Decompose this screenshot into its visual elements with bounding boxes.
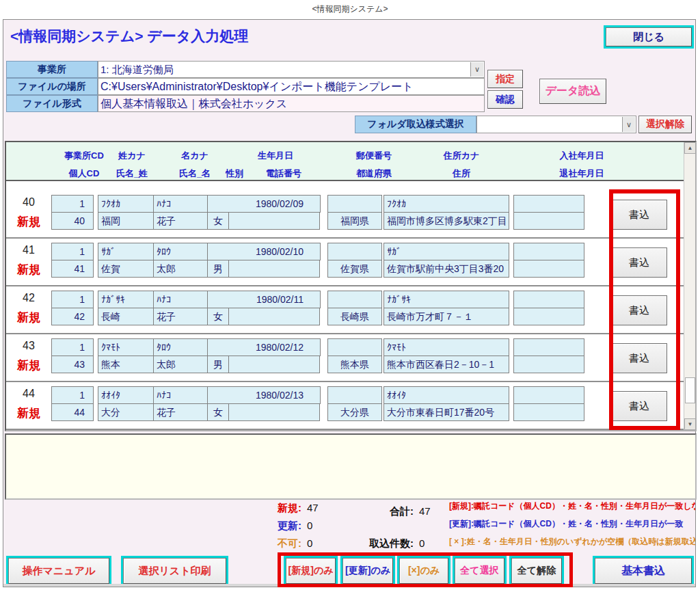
cell-mei-kana: ﾀﾛｳ xyxy=(153,338,208,356)
col-join-date: 入社年月日 xyxy=(550,150,613,162)
cell-sei: 熊本 xyxy=(98,356,154,373)
folder-style-label: フォルダ取込様式選択 xyxy=(355,116,476,133)
only-x-highlight: [×]のみ xyxy=(397,556,450,586)
cell-gender: 男 xyxy=(207,260,229,278)
cell-addr-kana: ﾌｸｵｶ xyxy=(383,195,509,213)
file-location-label: ファイルの場所 xyxy=(6,78,98,95)
cell-addr: 佐賀市駅前中央3丁目3番20 xyxy=(383,260,509,278)
cell-postal xyxy=(327,386,382,404)
status-badge: 新規 xyxy=(6,358,51,373)
cell-mei: 花子 xyxy=(153,403,208,421)
only-new-button[interactable]: [新規]のみ xyxy=(286,558,336,584)
legend-x: [ × ]:姓・名・生年月日・性別のいずれかが空欄（取込時は新規取込扱い） xyxy=(449,536,695,548)
cell-sei-kana: ﾅｶﾞｻｷ xyxy=(98,291,154,308)
select-all-highlight: 全て選択 xyxy=(453,556,507,586)
deselect-button[interactable]: 選択解除 xyxy=(638,116,692,133)
main-panel: <情報同期システム> データ入力処理 閉じる 事業所 1: 北海道労働局 ∨ フ… xyxy=(3,19,696,587)
table-row: 42新規 142 ﾅｶﾞｻｷﾊﾅｺ1980/02/11 長崎花子女 長崎県 ﾅｶ… xyxy=(6,286,685,334)
close-button-highlight: 閉じる xyxy=(604,25,694,49)
write-basic-highlight: 基本書込 xyxy=(593,556,694,586)
table-row: 41新規 141 ｻｶﾞﾀﾛｳ1980/02/10 佐賀太郎男 佐賀県 ｻｶﾞ佐… xyxy=(6,239,685,286)
col-sei: 氏名_姓 xyxy=(110,167,154,180)
cell-birth: 1980/02/10 xyxy=(207,243,321,260)
only-update-button[interactable]: [更新]のみ xyxy=(342,558,393,584)
cell-mei-kana: ﾊﾅｺ xyxy=(153,195,208,213)
cell-person-cd: 43 xyxy=(51,356,94,373)
write-basic-button[interactable]: 基本書込 xyxy=(595,558,692,584)
table-row: 40新規 140 ﾌｸｵｶﾊﾅｺ1980/02/09 福岡花子女 福岡県 ﾌｸｵ… xyxy=(6,191,685,239)
bottom-strip xyxy=(3,584,695,587)
table-row: 44新規 144 ｵｵｲﾀﾊﾅｺ1980/02/13 大分花子女 大分県 ｵｵｲ… xyxy=(6,382,685,430)
cell-phone xyxy=(228,260,320,278)
confirm-button[interactable]: 確認 xyxy=(487,90,523,109)
col-birth: 生年月日 xyxy=(247,150,304,162)
cell-mei-kana: ﾊﾅｺ xyxy=(153,291,208,308)
cell-gender: 女 xyxy=(207,212,229,230)
cell-addr-kana: ﾅｶﾞｻｷ xyxy=(383,291,509,308)
file-location-field[interactable]: C:¥Users¥Administrator¥Desktop¥インポート機能テン… xyxy=(98,78,485,95)
only-x-button[interactable]: [×]のみ xyxy=(399,558,448,584)
cell-gender: 男 xyxy=(207,356,229,373)
office-value: 1: 北海道労働局 xyxy=(100,64,174,75)
write-button[interactable]: 書込 xyxy=(611,343,667,373)
clear-all-button[interactable]: 全て解除 xyxy=(511,558,562,584)
col-addr: 住所 xyxy=(446,167,476,180)
col-mei-kana: 名カナ xyxy=(173,150,217,162)
col-addr-kana: 住所カナ xyxy=(435,150,487,162)
chevron-down-icon[interactable]: ∨ xyxy=(622,117,635,132)
write-button[interactable]: 書込 xyxy=(611,391,667,421)
scroll-up-icon[interactable]: ▲ xyxy=(684,142,696,154)
manual-button[interactable]: 操作マニュアル xyxy=(8,558,109,584)
cell-join-date xyxy=(513,338,584,356)
cell-leave-date xyxy=(513,212,584,230)
cell-person-cd: 41 xyxy=(51,260,94,278)
cell-postal xyxy=(327,195,382,213)
cell-leave-date xyxy=(513,260,584,278)
write-button[interactable]: 書込 xyxy=(611,247,667,278)
only-update-highlight: [更新]のみ xyxy=(340,556,395,586)
print-list-button[interactable]: 選択リスト印刷 xyxy=(123,558,226,584)
cell-postal xyxy=(327,291,382,308)
col-pref: 都道府県 xyxy=(347,167,401,180)
specify-button[interactable]: 指定 xyxy=(487,70,523,88)
cell-pref: 熊本県 xyxy=(327,356,382,373)
write-button[interactable]: 書込 xyxy=(611,295,667,325)
chevron-down-icon[interactable]: ∨ xyxy=(470,62,483,77)
status-badge: 新規 xyxy=(6,262,51,278)
office-select[interactable]: 1: 北海道労働局 ∨ xyxy=(98,61,485,78)
folder-style-select[interactable]: ∨ xyxy=(476,116,636,133)
cell-sei: 大分 xyxy=(98,403,154,421)
cell-sei-kana: ｻｶﾞ xyxy=(98,243,154,260)
cell-join-date xyxy=(513,386,584,404)
data-load-button[interactable]: データ読込 xyxy=(539,79,606,104)
cell-join-date xyxy=(513,291,584,308)
file-format-field[interactable]: 個人基本情報取込｜株式会社ホックス xyxy=(98,95,485,112)
cell-pref: 佐賀県 xyxy=(327,260,382,278)
print-button-highlight: 選択リスト印刷 xyxy=(121,556,228,586)
cell-office-cd: 1 xyxy=(51,243,94,260)
cell-leave-date xyxy=(513,356,584,373)
cell-postal xyxy=(327,338,382,356)
cell-addr: 福岡市博多区博多駅東2丁目 xyxy=(383,212,509,230)
summary-total-label: 合計: xyxy=(362,505,414,518)
close-button[interactable]: 閉じる xyxy=(606,27,692,46)
cell-addr-kana: ｸﾏﾓﾄ xyxy=(383,338,509,356)
select-all-button[interactable]: 全て選択 xyxy=(455,558,504,584)
cell-pref: 長崎県 xyxy=(327,308,382,325)
col-mei: 氏名_名 xyxy=(173,167,217,180)
cell-gender: 女 xyxy=(207,403,229,421)
cell-mei: 太郎 xyxy=(153,260,208,278)
write-button[interactable]: 書込 xyxy=(611,200,667,230)
scroll-down-icon[interactable]: ▼ xyxy=(684,418,696,430)
cell-mei: 太郎 xyxy=(153,356,208,373)
cell-office-cd: 1 xyxy=(51,386,94,404)
summary-count-label: 取込件数: xyxy=(345,537,414,550)
cell-person-cd: 40 xyxy=(51,212,94,230)
scrollbar-thumb[interactable] xyxy=(685,377,695,403)
summary-new-value: 47 xyxy=(307,502,319,513)
clear-all-highlight: 全て解除 xyxy=(509,556,564,586)
vertical-scrollbar[interactable]: ▲ ▼ xyxy=(684,142,695,430)
col-phone: 電話番号 xyxy=(256,167,311,180)
status-badge: 新規 xyxy=(6,405,51,421)
cell-addr-kana: ｻｶﾞ xyxy=(383,243,509,260)
